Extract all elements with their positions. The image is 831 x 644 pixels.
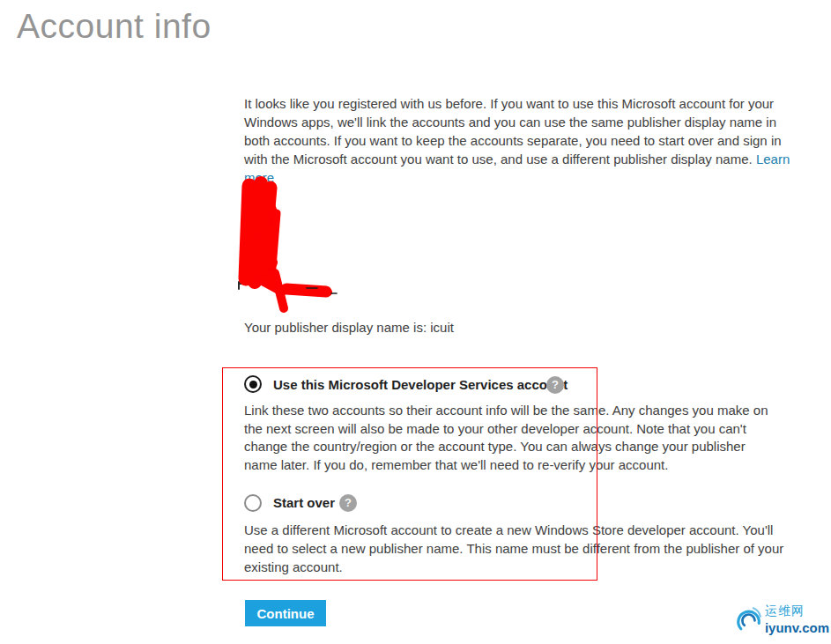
- account-info-page: Account info It looks like you registere…: [0, 0, 831, 644]
- option-description-use-this-account: Link these two accounts so their account…: [244, 402, 773, 474]
- publisher-display-name: Your publisher display name is: icuit: [244, 320, 454, 335]
- swirl-icon: [734, 598, 763, 639]
- option-label-start-over[interactable]: Start over: [273, 495, 335, 510]
- intro-paragraph: It looks like you registered with us bef…: [244, 94, 801, 187]
- page-title: Account info: [17, 7, 211, 46]
- radio-use-this-account[interactable]: [244, 375, 262, 393]
- option-label-use-this-account[interactable]: Use this Microsoft Developer Services ac…: [273, 377, 568, 392]
- radio-selected-dot: [249, 381, 257, 389]
- option-description-start-over: Use a different Microsoft account to cre…: [244, 521, 801, 576]
- help-icon[interactable]: ?: [546, 376, 564, 394]
- intro-text: It looks like you registered with us bef…: [244, 96, 782, 167]
- radio-start-over[interactable]: [244, 494, 262, 512]
- help-icon[interactable]: ?: [339, 494, 357, 512]
- iyunv-watermark: 运维网 iyunv.com: [734, 598, 829, 642]
- watermark-site-text: iyunv.com: [765, 620, 829, 635]
- redaction-scribble: [236, 174, 340, 320]
- continue-button[interactable]: Continue: [245, 600, 326, 626]
- watermark-cn-text: 运维网: [765, 603, 829, 619]
